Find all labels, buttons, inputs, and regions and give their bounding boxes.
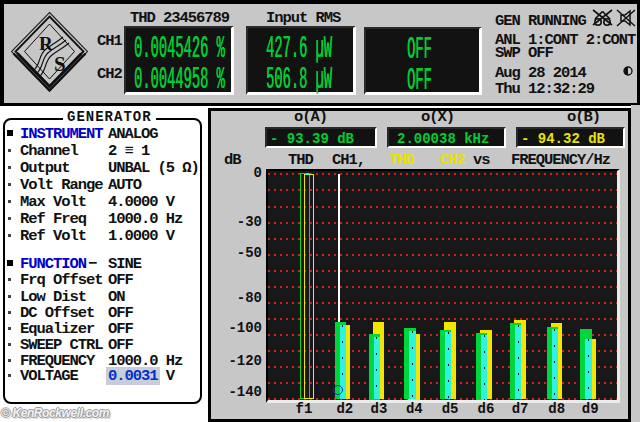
svg-text:S: S <box>54 52 66 76</box>
